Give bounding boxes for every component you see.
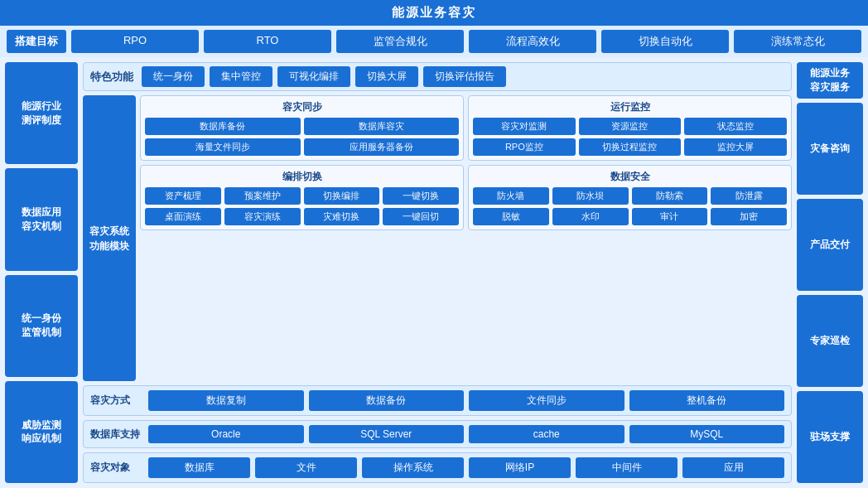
target-middleware: 中间件 (576, 457, 678, 478)
security-module: 数据安全 防火墙 防水坝 防勒索 防泄露 脱敏 水印 审计 加密 (468, 165, 792, 230)
feature-item-report: 切换评估报告 (423, 66, 506, 87)
target-file: 文件 (255, 457, 357, 478)
main-area: 能源行业测评制度 数据应用容灾机制 统一身份监管机制 威胁监测响应机制 特色功能… (0, 57, 868, 488)
db-oracle: Oracle (148, 425, 304, 443)
module-label: 容灾系统功能模块 (83, 95, 136, 381)
db-sqlserver: SQL Server (309, 425, 465, 443)
monitor-disaster: 容灾对监测 (473, 118, 576, 135)
monitor-module: 运行监控 容灾对监测 资源监控 状态监控 RPO监控 切换过程监控 监控大屏 (468, 95, 792, 161)
right-col: 能源业务容灾服务 灾备咨询 产品交付 专家巡检 驻场支撑 (797, 62, 863, 483)
title-bar: 能源业务容灾 (0, 0, 868, 26)
page-title: 能源业务容灾 (392, 5, 476, 19)
goal-row: 搭建目标 RPO RTO 监管合规化 流程高效化 切换自动化 演练常态化 (0, 26, 868, 57)
goal-item-compliance: 监管合规化 (336, 30, 464, 53)
feature-items: 统一身份 集中管控 可视化编排 切换大屏 切换评估报告 (142, 66, 506, 87)
left-card-data: 数据应用容灾机制 (5, 168, 78, 270)
goal-items: RPO RTO 监管合规化 流程高效化 切换自动化 演练常态化 (71, 30, 861, 53)
orchestration-grid: 资产梳理 预案维护 切换编排 一键切换 桌面演练 容灾演练 灾难切换 一键回切 (145, 187, 459, 225)
goal-item-rto: RTO (204, 30, 331, 53)
sec-leak: 防泄露 (711, 187, 787, 205)
sec-audit: 审计 (632, 208, 708, 225)
right-card-delivery: 产品交付 (797, 199, 863, 291)
sync-file-sync: 海量文件同步 (145, 138, 301, 156)
right-card-consult: 灾备咨询 (797, 103, 863, 195)
left-col: 能源行业测评制度 数据应用容灾机制 统一身份监管机制 威胁监测响应机制 (5, 62, 78, 483)
feature-item-identity: 统一身份 (142, 66, 205, 87)
left-card-energy: 能源行业测评制度 (5, 62, 78, 164)
center-col: 特色功能 统一身份 集中管控 可视化编排 切换大屏 切换评估报告 容灾系统功能模… (83, 62, 792, 483)
module-content: 容灾同步 数据库备份 数据库容灾 海量文件同步 应用服务器备份 运行监控 (140, 95, 792, 381)
feature-label: 特色功能 (90, 70, 133, 85)
orchestration-title: 编排切换 (145, 170, 459, 184)
sync-title: 容灾同步 (145, 100, 459, 114)
right-card-onsite: 驻场支撑 (797, 391, 863, 483)
disaster-target-label: 容灾对象 (90, 461, 143, 475)
module-section: 容灾系统功能模块 容灾同步 数据库备份 数据库容灾 海量文件同步 应用服务器备份 (83, 95, 792, 381)
monitor-rpo: RPO监控 (473, 138, 576, 156)
orch-onekey: 一键切换 (383, 187, 459, 205)
db-support-items: Oracle SQL Server cache MySQL (148, 425, 784, 443)
sync-db-disaster: 数据库容灾 (304, 118, 460, 135)
db-support-row: 数据库支持 Oracle SQL Server cache MySQL (83, 420, 792, 448)
sec-encrypt: 加密 (711, 208, 787, 225)
right-header: 能源业务容灾服务 (797, 62, 863, 99)
monitor-grid: 容灾对监测 资源监控 状态监控 RPO监控 切换过程监控 监控大屏 (473, 118, 787, 156)
orchestration-module: 编排切换 资产梳理 预案维护 切换编排 一键切换 桌面演练 容灾演练 灾难切换 … (140, 165, 464, 230)
disaster-mode-replication: 数据复制 (148, 390, 304, 411)
orch-plan: 预案维护 (224, 187, 301, 205)
monitor-resource: 资源监控 (579, 118, 682, 135)
sec-firewall: 防火墙 (473, 187, 549, 205)
target-db: 数据库 (148, 457, 250, 478)
target-network: 网络IP (469, 457, 571, 478)
db-support-label: 数据库支持 (90, 428, 143, 442)
feature-item-manage: 集中管控 (210, 66, 272, 87)
sync-db-backup: 数据库备份 (145, 118, 301, 135)
disaster-mode-row: 容灾方式 数据复制 数据备份 文件同步 整机备份 (83, 385, 792, 416)
disaster-target-items: 数据库 文件 操作系统 网络IP 中间件 应用 (148, 457, 784, 478)
goal-label: 搭建目标 (7, 30, 66, 53)
disaster-mode-machine: 整机备份 (629, 390, 785, 411)
disaster-mode-items: 数据复制 数据备份 文件同步 整机备份 (148, 390, 784, 411)
disaster-mode-label: 容灾方式 (90, 394, 143, 408)
sync-app-backup: 应用服务器备份 (304, 138, 460, 156)
disaster-mode-file: 文件同步 (469, 390, 624, 411)
sync-grid-row1: 数据库备份 数据库容灾 海量文件同步 应用服务器备份 (145, 118, 459, 156)
disaster-target-row: 容灾对象 数据库 文件 操作系统 网络IP 中间件 应用 (83, 452, 792, 483)
db-mysql: MySQL (629, 425, 785, 443)
monitor-status: 状态监控 (684, 118, 787, 135)
sec-dam: 防水坝 (552, 187, 629, 205)
monitor-title: 运行监控 (473, 100, 787, 114)
feature-item-screen: 切换大屏 (355, 66, 418, 87)
goal-item-rpo: RPO (71, 30, 199, 53)
target-app: 应用 (682, 457, 784, 478)
goal-item-automation: 切换自动化 (601, 30, 729, 53)
disaster-mode-backup: 数据备份 (309, 390, 465, 411)
goal-item-efficiency: 流程高效化 (469, 30, 596, 53)
sync-module: 容灾同步 数据库备份 数据库容灾 海量文件同步 应用服务器备份 (140, 95, 464, 161)
left-card-identity: 统一身份监管机制 (5, 275, 78, 377)
goal-item-drill: 演练常态化 (734, 30, 861, 53)
db-cache: cache (469, 425, 624, 443)
orch-drill: 容灾演练 (224, 208, 301, 225)
sec-desensitize: 脱敏 (473, 208, 549, 225)
security-grid: 防火墙 防水坝 防勒索 防泄露 脱敏 水印 审计 加密 (473, 187, 787, 225)
sec-watermark: 水印 (552, 208, 629, 225)
orch-edit: 切换编排 (304, 187, 380, 205)
module-bottom-row: 编排切换 资产梳理 预案维护 切换编排 一键切换 桌面演练 容灾演练 灾难切换 … (140, 165, 792, 230)
orch-desktop: 桌面演练 (145, 208, 221, 225)
orch-disaster: 灾难切换 (304, 208, 380, 225)
orch-rollback: 一键回切 (383, 208, 459, 225)
security-title: 数据安全 (473, 170, 787, 184)
orch-asset: 资产梳理 (145, 187, 221, 205)
feature-item-visual: 可视化编排 (277, 66, 350, 87)
left-card-threat: 威胁监测响应机制 (5, 381, 78, 483)
feature-row: 特色功能 统一身份 集中管控 可视化编排 切换大屏 切换评估报告 (83, 62, 792, 91)
target-os: 操作系统 (362, 457, 464, 478)
right-card-expert: 专家巡检 (797, 295, 863, 387)
page-wrapper: 能源业务容灾 搭建目标 RPO RTO 监管合规化 流程高效化 切换自动化 演练… (0, 0, 868, 488)
sec-ransomware: 防勒索 (632, 187, 708, 205)
monitor-switch: 切换过程监控 (579, 138, 682, 156)
monitor-screen: 监控大屏 (684, 138, 787, 156)
module-top-row: 容灾同步 数据库备份 数据库容灾 海量文件同步 应用服务器备份 运行监控 (140, 95, 792, 161)
